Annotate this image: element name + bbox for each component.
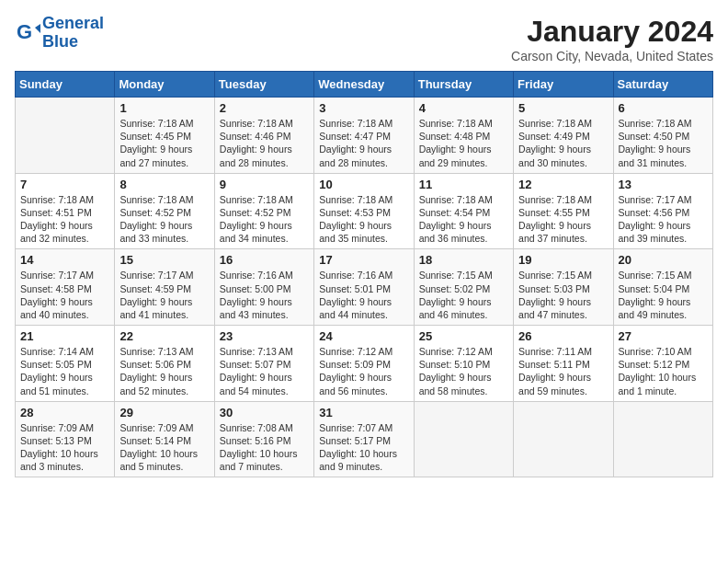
day-number: 26 bbox=[518, 329, 608, 343]
day-number: 25 bbox=[419, 329, 508, 343]
day-info: Sunrise: 7:13 AMSunset: 5:06 PMDaylight:… bbox=[119, 345, 209, 397]
day-number: 15 bbox=[119, 253, 209, 267]
calendar-cell bbox=[514, 401, 613, 477]
calendar-cell: 28Sunrise: 7:09 AMSunset: 5:13 PMDayligh… bbox=[16, 401, 115, 477]
svg-text:G: G bbox=[17, 20, 32, 43]
calendar-cell: 22Sunrise: 7:13 AMSunset: 5:06 PMDayligh… bbox=[115, 326, 214, 402]
day-info: Sunrise: 7:18 AMSunset: 4:49 PMDaylight:… bbox=[518, 117, 608, 169]
calendar-cell bbox=[613, 401, 712, 477]
day-info: Sunrise: 7:10 AMSunset: 5:12 PMDaylight:… bbox=[619, 345, 708, 397]
calendar-cell: 7Sunrise: 7:18 AMSunset: 4:51 PMDaylight… bbox=[16, 173, 115, 249]
day-number: 27 bbox=[619, 329, 708, 343]
day-number: 28 bbox=[20, 406, 109, 419]
calendar-cell: 1Sunrise: 7:18 AMSunset: 4:45 PMDaylight… bbox=[115, 98, 214, 174]
calendar-cell: 30Sunrise: 7:08 AMSunset: 5:16 PMDayligh… bbox=[214, 401, 313, 477]
day-number: 6 bbox=[619, 101, 708, 115]
col-monday: Monday bbox=[115, 72, 214, 98]
calendar-cell: 9Sunrise: 7:18 AMSunset: 4:52 PMDaylight… bbox=[214, 173, 313, 249]
day-number: 31 bbox=[319, 406, 408, 419]
day-number: 9 bbox=[220, 178, 309, 191]
day-info: Sunrise: 7:18 AMSunset: 4:51 PMDaylight:… bbox=[20, 193, 109, 246]
calendar-cell: 16Sunrise: 7:16 AMSunset: 5:00 PMDayligh… bbox=[214, 249, 313, 326]
day-info: Sunrise: 7:11 AMSunset: 5:11 PMDaylight:… bbox=[518, 345, 608, 397]
day-number: 17 bbox=[319, 253, 408, 267]
day-number: 23 bbox=[220, 329, 309, 343]
day-info: Sunrise: 7:17 AMSunset: 4:56 PMDaylight:… bbox=[619, 193, 708, 246]
day-info: Sunrise: 7:18 AMSunset: 4:54 PMDaylight:… bbox=[419, 193, 508, 246]
day-info: Sunrise: 7:14 AMSunset: 5:05 PMDaylight:… bbox=[20, 345, 109, 397]
calendar-cell bbox=[16, 98, 115, 174]
calendar-cell: 8Sunrise: 7:18 AMSunset: 4:52 PMDaylight… bbox=[115, 173, 214, 249]
calendar-week-5: 28Sunrise: 7:09 AMSunset: 5:13 PMDayligh… bbox=[16, 401, 713, 477]
day-number: 29 bbox=[119, 406, 209, 419]
day-number: 30 bbox=[220, 406, 309, 419]
svg-marker-1 bbox=[35, 24, 40, 33]
calendar-cell: 17Sunrise: 7:16 AMSunset: 5:01 PMDayligh… bbox=[314, 249, 414, 326]
calendar-cell: 11Sunrise: 7:18 AMSunset: 4:54 PMDayligh… bbox=[414, 173, 513, 249]
day-number: 5 bbox=[518, 101, 608, 115]
col-tuesday: Tuesday bbox=[214, 72, 313, 98]
day-info: Sunrise: 7:16 AMSunset: 5:00 PMDaylight:… bbox=[220, 269, 309, 321]
calendar-header: Sunday Monday Tuesday Wednesday Thursday… bbox=[16, 72, 713, 98]
title-block: January 2024 Carson City, Nevada, United… bbox=[511, 15, 713, 63]
calendar-cell: 19Sunrise: 7:15 AMSunset: 5:03 PMDayligh… bbox=[514, 249, 613, 326]
calendar-cell: 13Sunrise: 7:17 AMSunset: 4:56 PMDayligh… bbox=[613, 173, 712, 249]
logo: G General Blue bbox=[15, 15, 104, 52]
day-info: Sunrise: 7:15 AMSunset: 5:04 PMDaylight:… bbox=[619, 269, 708, 321]
calendar-cell: 20Sunrise: 7:15 AMSunset: 5:04 PMDayligh… bbox=[613, 249, 712, 326]
day-number: 12 bbox=[518, 178, 608, 191]
calendar-cell: 23Sunrise: 7:13 AMSunset: 5:07 PMDayligh… bbox=[214, 326, 313, 402]
day-info: Sunrise: 7:16 AMSunset: 5:01 PMDaylight:… bbox=[319, 269, 408, 321]
month-title: January 2024 bbox=[511, 15, 713, 49]
calendar-cell: 26Sunrise: 7:11 AMSunset: 5:11 PMDayligh… bbox=[514, 326, 613, 402]
calendar-cell: 31Sunrise: 7:07 AMSunset: 5:17 PMDayligh… bbox=[314, 401, 414, 477]
day-info: Sunrise: 7:17 AMSunset: 4:59 PMDaylight:… bbox=[119, 269, 209, 321]
calendar-week-2: 7Sunrise: 7:18 AMSunset: 4:51 PMDaylight… bbox=[16, 173, 713, 249]
day-number: 16 bbox=[220, 253, 309, 267]
calendar-cell: 12Sunrise: 7:18 AMSunset: 4:55 PMDayligh… bbox=[514, 173, 613, 249]
day-number: 10 bbox=[319, 178, 408, 191]
calendar-cell bbox=[414, 401, 513, 477]
day-number: 3 bbox=[319, 101, 408, 115]
day-info: Sunrise: 7:18 AMSunset: 4:53 PMDaylight:… bbox=[319, 193, 408, 246]
day-number: 14 bbox=[20, 253, 109, 267]
logo-text: General Blue bbox=[42, 15, 104, 52]
day-info: Sunrise: 7:18 AMSunset: 4:46 PMDaylight:… bbox=[220, 117, 309, 169]
day-info: Sunrise: 7:18 AMSunset: 4:47 PMDaylight:… bbox=[319, 117, 408, 169]
page-header: G General Blue January 2024 Carson City,… bbox=[15, 15, 713, 63]
calendar-week-3: 14Sunrise: 7:17 AMSunset: 4:58 PMDayligh… bbox=[16, 249, 713, 326]
day-number: 2 bbox=[220, 101, 309, 115]
day-number: 20 bbox=[619, 253, 708, 267]
day-info: Sunrise: 7:12 AMSunset: 5:09 PMDaylight:… bbox=[319, 345, 408, 397]
col-thursday: Thursday bbox=[414, 72, 513, 98]
calendar-cell: 14Sunrise: 7:17 AMSunset: 4:58 PMDayligh… bbox=[16, 249, 115, 326]
calendar-cell: 21Sunrise: 7:14 AMSunset: 5:05 PMDayligh… bbox=[16, 326, 115, 402]
day-number: 18 bbox=[419, 253, 508, 267]
day-info: Sunrise: 7:09 AMSunset: 5:13 PMDaylight:… bbox=[20, 421, 109, 474]
calendar-week-1: 1Sunrise: 7:18 AMSunset: 4:45 PMDaylight… bbox=[16, 98, 713, 174]
day-number: 13 bbox=[619, 178, 708, 191]
calendar-cell: 10Sunrise: 7:18 AMSunset: 4:53 PMDayligh… bbox=[314, 173, 414, 249]
calendar-table: Sunday Monday Tuesday Wednesday Thursday… bbox=[15, 71, 713, 477]
day-info: Sunrise: 7:17 AMSunset: 4:58 PMDaylight:… bbox=[20, 269, 109, 321]
day-info: Sunrise: 7:18 AMSunset: 4:45 PMDaylight:… bbox=[119, 117, 209, 169]
day-number: 24 bbox=[319, 329, 408, 343]
day-info: Sunrise: 7:18 AMSunset: 4:55 PMDaylight:… bbox=[518, 193, 608, 246]
day-info: Sunrise: 7:13 AMSunset: 5:07 PMDaylight:… bbox=[220, 345, 309, 397]
header-row: Sunday Monday Tuesday Wednesday Thursday… bbox=[16, 72, 713, 98]
calendar-cell: 25Sunrise: 7:12 AMSunset: 5:10 PMDayligh… bbox=[414, 326, 513, 402]
day-number: 8 bbox=[119, 178, 209, 191]
day-number: 1 bbox=[119, 101, 209, 115]
day-info: Sunrise: 7:12 AMSunset: 5:10 PMDaylight:… bbox=[419, 345, 508, 397]
col-wednesday: Wednesday bbox=[314, 72, 414, 98]
calendar-cell: 29Sunrise: 7:09 AMSunset: 5:14 PMDayligh… bbox=[115, 401, 214, 477]
day-info: Sunrise: 7:18 AMSunset: 4:52 PMDaylight:… bbox=[119, 193, 209, 246]
calendar-week-4: 21Sunrise: 7:14 AMSunset: 5:05 PMDayligh… bbox=[16, 326, 713, 402]
day-info: Sunrise: 7:07 AMSunset: 5:17 PMDaylight:… bbox=[319, 421, 408, 474]
calendar-cell: 3Sunrise: 7:18 AMSunset: 4:47 PMDaylight… bbox=[314, 98, 414, 174]
day-number: 4 bbox=[419, 101, 508, 115]
calendar-cell: 5Sunrise: 7:18 AMSunset: 4:49 PMDaylight… bbox=[514, 98, 613, 174]
day-info: Sunrise: 7:15 AMSunset: 5:02 PMDaylight:… bbox=[419, 269, 508, 321]
calendar-body: 1Sunrise: 7:18 AMSunset: 4:45 PMDaylight… bbox=[16, 98, 713, 477]
day-info: Sunrise: 7:08 AMSunset: 5:16 PMDaylight:… bbox=[220, 421, 309, 474]
